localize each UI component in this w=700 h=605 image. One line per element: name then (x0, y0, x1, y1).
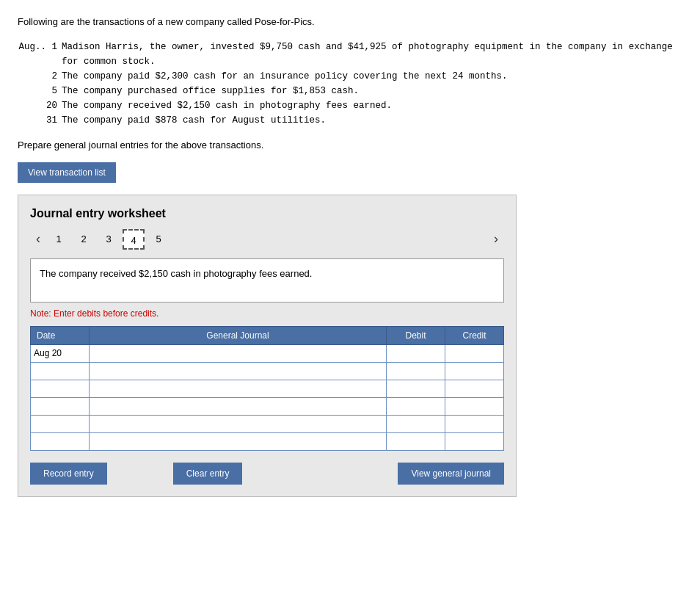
debit-cell-6[interactable] (387, 432, 445, 450)
tab-2[interactable]: 2 (73, 229, 95, 250)
gj-cell-3[interactable] (90, 380, 387, 397)
table-row (31, 380, 504, 397)
transactions-block: Aug.. 1Madison Harris, the owner, invest… (18, 40, 682, 128)
credit-cell-6[interactable] (445, 432, 504, 450)
view-transaction-button[interactable]: View transaction list (18, 162, 116, 183)
clear-entry-button[interactable]: Clear entry (173, 463, 243, 485)
transaction-content: for common stock. (62, 54, 682, 69)
transaction-line: 20The company received $2,150 cash in ph… (18, 98, 682, 113)
transaction-label: 31 (18, 113, 62, 128)
debit-input-3[interactable] (390, 380, 442, 397)
credit-cell-3[interactable] (445, 380, 504, 397)
transaction-content: Madison Harris, the owner, invested $9,7… (62, 40, 682, 54)
credit-input-2[interactable] (448, 363, 500, 380)
gj-cell-5[interactable] (90, 415, 387, 432)
transaction-label (18, 54, 62, 69)
description-box: The company received $2,150 cash in phot… (30, 258, 504, 302)
tab-4[interactable]: 4 (123, 229, 145, 250)
transaction-line: 31The company paid $878 cash for August … (18, 113, 682, 128)
table-row (31, 362, 504, 380)
credit-input-5[interactable] (448, 416, 500, 432)
transaction-line: 2The company paid $2,300 cash for an ins… (18, 69, 682, 84)
next-tab-button[interactable]: › (488, 230, 504, 248)
col-gj: General Journal (90, 326, 387, 344)
date-cell-6 (31, 432, 90, 450)
table-row (31, 432, 504, 450)
col-debit: Debit (387, 326, 445, 344)
gj-cell-4[interactable] (90, 397, 387, 415)
credit-input-4[interactable] (448, 398, 500, 415)
transaction-label: 5 (18, 84, 62, 98)
transaction-label: 2 (18, 69, 62, 84)
action-buttons-row: Record entry Clear entry View general jo… (30, 463, 504, 485)
debit-cell-5[interactable] (387, 415, 445, 432)
debit-cell-1[interactable] (387, 344, 445, 362)
gj-input-3[interactable] (92, 380, 383, 397)
transaction-label: 20 (18, 98, 62, 113)
credit-input-3[interactable] (448, 380, 500, 397)
credit-cell-4[interactable] (445, 397, 504, 415)
note-text: Note: Enter debits before credits. (30, 308, 504, 319)
worksheet-container: Journal entry worksheet ‹ 1 2 3 4 5 › Th… (18, 195, 517, 497)
gj-input-1[interactable] (92, 345, 383, 362)
debit-input-4[interactable] (390, 398, 442, 415)
col-date: Date (31, 326, 90, 344)
view-general-journal-button[interactable]: View general journal (398, 463, 504, 485)
tab-navigation: ‹ 1 2 3 4 5 › (30, 229, 504, 250)
transaction-content: The company paid $2,300 cash for an insu… (62, 69, 682, 84)
transaction-line: 5The company purchased office supplies f… (18, 84, 682, 98)
gj-input-6[interactable] (92, 433, 383, 450)
table-row (31, 415, 504, 432)
transaction-content: The company purchased office supplies fo… (62, 84, 682, 98)
journal-table: Date General Journal Debit Credit Aug 20 (30, 326, 504, 451)
debit-cell-3[interactable] (387, 380, 445, 397)
debit-cell-2[interactable] (387, 362, 445, 380)
debit-input-5[interactable] (390, 416, 442, 432)
date-cell-4 (31, 397, 90, 415)
credit-input-6[interactable] (448, 433, 500, 450)
transaction-line: for common stock. (18, 54, 682, 69)
debit-input-1[interactable] (390, 345, 442, 362)
debit-input-2[interactable] (390, 363, 442, 380)
gj-cell-1[interactable] (90, 344, 387, 362)
gj-cell-6[interactable] (90, 432, 387, 450)
date-cell-2 (31, 362, 90, 380)
transaction-line: Aug.. 1Madison Harris, the owner, invest… (18, 40, 682, 54)
worksheet-title: Journal entry worksheet (30, 207, 504, 220)
table-row: Aug 20 (31, 344, 504, 362)
record-entry-button[interactable]: Record entry (30, 463, 107, 485)
date-cell-1: Aug 20 (31, 344, 90, 362)
gj-input-5[interactable] (92, 416, 383, 432)
intro-heading: Following are the transactions of a new … (18, 15, 682, 29)
credit-cell-1[interactable] (445, 344, 504, 362)
date-cell-5 (31, 415, 90, 432)
prev-tab-button[interactable]: ‹ (30, 230, 46, 248)
gj-input-4[interactable] (92, 398, 383, 415)
transaction-content: The company paid $878 cash for August ut… (62, 113, 682, 128)
date-cell-3 (31, 380, 90, 397)
gj-input-2[interactable] (92, 363, 383, 380)
credit-cell-5[interactable] (445, 415, 504, 432)
debit-input-6[interactable] (390, 433, 442, 450)
table-row (31, 397, 504, 415)
credit-cell-2[interactable] (445, 362, 504, 380)
prepare-text: Prepare general journal entries for the … (18, 140, 682, 151)
transaction-label: Aug.. 1 (18, 40, 62, 54)
tab-3[interactable]: 3 (98, 229, 120, 250)
transaction-content: The company received $2,150 cash in phot… (62, 98, 682, 113)
gj-cell-2[interactable] (90, 362, 387, 380)
credit-input-1[interactable] (448, 345, 500, 362)
debit-cell-4[interactable] (387, 397, 445, 415)
tab-5[interactable]: 5 (147, 229, 169, 250)
col-credit: Credit (445, 326, 504, 344)
tab-1[interactable]: 1 (48, 229, 70, 250)
